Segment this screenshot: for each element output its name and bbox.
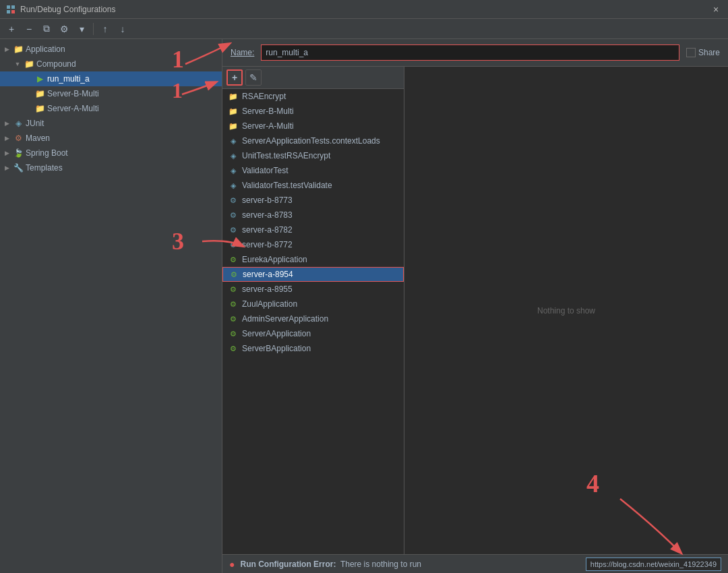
folder-icon-server-b-multi: 📁 bbox=[34, 88, 45, 99]
name-label: Name: bbox=[231, 48, 254, 57]
config-item-label: server-a-8783 bbox=[242, 210, 293, 220]
config-item-icon: 📁 bbox=[228, 121, 239, 131]
config-item-label: ValidatorTest.testValidate bbox=[242, 181, 332, 190]
junit-icon: ◈ bbox=[13, 118, 24, 129]
share-checkbox[interactable] bbox=[686, 48, 696, 57]
config-list-panel: + ✎ 📁 RSAEncrypt 📁 Server-B-Multi 📁 Serv… bbox=[222, 67, 404, 554]
tree-label-templates: Templates bbox=[26, 163, 63, 173]
tree-item-junit[interactable]: ▶ ◈ JUnit bbox=[0, 116, 222, 131]
name-input[interactable] bbox=[261, 44, 679, 61]
tree-item-maven[interactable]: ▶ ⚙ Maven bbox=[0, 131, 222, 146]
move-down-button[interactable]: ↓ bbox=[115, 22, 130, 36]
config-item-label: AdminServerApplication bbox=[242, 314, 328, 324]
error-detail: There is nothing to run bbox=[340, 560, 421, 569]
config-add-button[interactable]: + bbox=[226, 69, 243, 86]
tree-label-server-b-multi: Server-B-Multi bbox=[47, 89, 99, 98]
dropdown-config-button[interactable]: ▾ bbox=[74, 22, 89, 36]
error-text: Run Configuration Error: There is nothin… bbox=[240, 560, 421, 569]
config-list-item[interactable]: ⚙ EurekaApplication bbox=[222, 252, 404, 267]
config-edit-button[interactable]: ✎ bbox=[245, 69, 262, 86]
tree-item-run-multi-a[interactable]: ▶ ▶ run_multi_a bbox=[0, 71, 222, 86]
tree-label-spring-boot: Spring Boot bbox=[26, 148, 68, 158]
config-list-item[interactable]: 📁 Server-B-Multi bbox=[222, 104, 404, 119]
spring-icon: 🍃 bbox=[13, 148, 24, 158]
remove-config-button[interactable]: − bbox=[22, 22, 36, 36]
config-item-icon: 📁 bbox=[228, 91, 239, 102]
config-item-icon: ◈ bbox=[228, 165, 239, 176]
share-label: Share bbox=[698, 48, 720, 57]
url-bar[interactable]: https://blog.csdn.net/weixin_41922349 bbox=[586, 557, 721, 571]
tree-label-maven: Maven bbox=[26, 133, 50, 143]
tree-arrow-compound: ▼ bbox=[13, 60, 22, 68]
empty-text: Nothing to show bbox=[537, 306, 595, 315]
tree-label-server-a-multi: Server-A-Multi bbox=[47, 104, 99, 113]
config-item-icon: ◈ bbox=[228, 135, 239, 146]
tree-item-spring-boot[interactable]: ▶ 🍃 Spring Boot bbox=[0, 146, 222, 160]
config-list-item[interactable]: ⚙ server-b-8773 bbox=[222, 193, 404, 208]
tree-arrow-templates: ▶ bbox=[3, 164, 11, 172]
config-list-item[interactable]: ⚙ ServerBApplication bbox=[222, 341, 404, 356]
config-item-label: server-b-8772 bbox=[242, 240, 293, 249]
config-list-item[interactable]: ⚙ ZuulApplication bbox=[222, 297, 404, 311]
config-list-item[interactable]: ⚙ server-a-8955 bbox=[222, 282, 404, 297]
tree-item-server-a-multi[interactable]: ▶ 📁 Server-A-Multi bbox=[0, 101, 222, 116]
config-list-items: 📁 RSAEncrypt 📁 Server-B-Multi 📁 Server-A… bbox=[222, 89, 404, 554]
tree-arrow-maven: ▶ bbox=[3, 134, 11, 142]
close-button[interactable]: × bbox=[709, 3, 723, 16]
settings-config-button[interactable]: ⚙ bbox=[57, 22, 71, 36]
config-item-label: ValidatorTest bbox=[242, 166, 288, 175]
folder-icon-compound: 📁 bbox=[24, 59, 34, 69]
config-item-icon: ◈ bbox=[228, 150, 239, 161]
config-list-item[interactable]: 📁 RSAEncrypt bbox=[222, 89, 404, 104]
config-item-icon: ⚙ bbox=[228, 224, 239, 235]
config-item-icon: ⚙ bbox=[228, 328, 239, 339]
config-item-icon: ⚙ bbox=[228, 195, 239, 206]
config-list-item[interactable]: ⚙ AdminServerApplication bbox=[222, 311, 404, 326]
config-empty-panel: Nothing to show bbox=[404, 67, 728, 554]
config-item-label: ServerAApplication bbox=[242, 329, 311, 338]
config-item-label: RSAEncrypt bbox=[242, 92, 286, 101]
config-list-item[interactable]: ⚙ server-a-8782 bbox=[222, 222, 404, 237]
config-list-item[interactable]: ⚙ server-b-8772 bbox=[222, 237, 404, 252]
config-list-item[interactable]: ⚙ server-a-8783 bbox=[222, 208, 404, 222]
dialog-title: Run/Debug Configurations bbox=[20, 5, 115, 14]
config-list-item[interactable]: ◈ ServerAApplicationTests.contextLoads bbox=[222, 133, 404, 148]
config-item-label: server-a-8955 bbox=[242, 284, 293, 294]
config-list-item[interactable]: ◈ ValidatorTest.testValidate bbox=[222, 178, 404, 193]
tree-item-server-b-multi[interactable]: ▶ 📁 Server-B-Multi bbox=[0, 86, 222, 101]
add-config-button[interactable]: + bbox=[4, 22, 19, 36]
config-list-item[interactable]: ⚙ server-a-8954 bbox=[222, 267, 404, 282]
title-bar: Run/Debug Configurations × bbox=[0, 0, 728, 19]
svg-rect-3 bbox=[11, 10, 15, 13]
config-item-label: ServerAApplicationTests.contextLoads bbox=[242, 136, 380, 146]
config-item-icon: ⚙ bbox=[228, 239, 239, 250]
error-icon: ● bbox=[229, 559, 235, 570]
config-item-icon: ⚙ bbox=[228, 254, 239, 265]
toolbar: + − ⧉ ⚙ ▾ ↑ ↓ bbox=[0, 19, 728, 39]
config-item-label: ServerBApplication bbox=[242, 344, 311, 353]
tree-item-compound[interactable]: ▼ 📁 Compound bbox=[0, 57, 222, 71]
template-icon: 🔧 bbox=[13, 162, 24, 173]
tree-item-application[interactable]: ▶ 📁 Application bbox=[0, 42, 222, 57]
config-item-icon: ⚙ bbox=[228, 343, 239, 354]
config-item-icon: ◈ bbox=[228, 180, 239, 191]
move-up-button[interactable]: ↑ bbox=[98, 22, 113, 36]
config-item-label: Server-B-Multi bbox=[242, 107, 294, 116]
tree-arrow-junit: ▶ bbox=[3, 119, 11, 127]
content-area: ▶ 📁 Application ▼ 📁 Compound ▶ ▶ run_mul… bbox=[0, 39, 728, 573]
config-list-item[interactable]: ◈ ValidatorTest bbox=[222, 163, 404, 178]
config-list-item[interactable]: 📁 Server-A-Multi bbox=[222, 119, 404, 133]
run-icon-run-multi-a: ▶ bbox=[34, 73, 45, 84]
tree-arrow-spring-boot: ▶ bbox=[3, 149, 11, 157]
config-list-item[interactable]: ⚙ ServerAApplication bbox=[222, 326, 404, 341]
copy-config-button[interactable]: ⧉ bbox=[39, 22, 54, 36]
tree-item-templates[interactable]: ▶ 🔧 Templates bbox=[0, 160, 222, 175]
config-item-label: Server-A-Multi bbox=[242, 121, 294, 131]
svg-rect-1 bbox=[11, 5, 15, 9]
config-item-label: EurekaApplication bbox=[242, 255, 307, 264]
config-item-icon: ⚙ bbox=[228, 313, 239, 324]
folder-icon-application: 📁 bbox=[13, 44, 24, 55]
config-list-item[interactable]: ◈ UnitTest.testRSAEncrypt bbox=[222, 148, 404, 163]
tree-arrow-application: ▶ bbox=[3, 45, 11, 53]
config-item-label: UnitTest.testRSAEncrypt bbox=[242, 151, 330, 160]
